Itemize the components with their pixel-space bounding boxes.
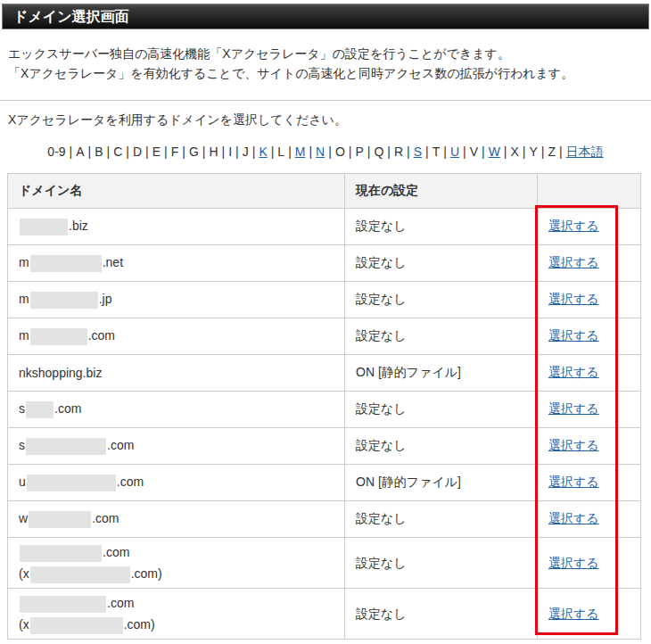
redacted-text [20,545,102,562]
redacted-text [27,475,116,491]
nav-separator: | [541,144,545,159]
index-nav-item-M[interactable]: M [295,144,306,159]
table-row: u.comON [静的ファイル]選択する [8,465,641,501]
col-header-domain-name: ドメイン名 [8,174,345,209]
select-link[interactable]: 選択する [548,438,599,452]
index-nav-item-日本語[interactable]: 日本語 [566,144,604,159]
index-nav-item-K[interactable]: K [259,144,267,159]
domain-text: m [19,292,29,306]
select-link[interactable]: 選択する [548,475,599,489]
action-cell: 選択する [538,318,641,355]
select-link[interactable]: 選択する [548,607,599,621]
select-link[interactable]: 選択する [548,401,599,416]
nav-separator: | [252,144,256,159]
page-title-bar: ドメイン選択画面 [2,4,649,29]
select-link[interactable]: 選択する [548,556,599,570]
index-nav-item-J: J [243,144,249,159]
index-nav-item-I: I [228,144,232,159]
index-nav-item-P: P [355,144,363,159]
nav-separator: | [235,144,239,159]
domain-text: .com [54,401,81,416]
select-link[interactable]: 選択する [548,292,599,306]
domain-cell: nkshopping.biz [8,355,345,392]
nav-separator: | [222,144,226,159]
nav-separator: | [70,144,73,159]
action-cell: 選択する [538,282,641,318]
nav-separator: | [288,144,292,159]
select-link[interactable]: 選択する [548,511,599,525]
redacted-text [26,401,54,418]
nav-separator: | [559,144,563,159]
nav-separator: | [443,144,447,159]
index-nav-item-W[interactable]: W [489,144,500,159]
domain-text: s [19,438,25,452]
intro-text: エックスサーバー独自の高速化機能「Xアクセラレータ」の設定を行うことができます。… [8,44,651,83]
table-row: s.com設定なし選択する [8,428,641,465]
domain-text: .net [103,255,123,269]
index-nav-item-X: X [510,144,518,159]
nav-separator: | [309,144,312,159]
current-setting-cell: 設定なし [345,282,538,318]
index-nav-item-0-9: 0-9 [47,144,65,159]
nav-separator: | [328,144,332,159]
domain-text: (x [19,566,29,581]
page-title: ドメイン選択画面 [13,9,129,24]
redacted-text [29,511,91,528]
action-cell: 選択する [538,538,641,589]
nav-separator: | [463,144,466,159]
index-nav-item-S[interactable]: S [414,144,422,159]
table-row: .com(x.com)設定なし選択する [8,589,641,640]
table-row: m.jp設定なし選択する [8,282,641,318]
domain-cell: .com(x.com) [8,589,345,640]
action-cell: 選択する [538,392,641,428]
redacted-text [30,617,123,634]
domain-text: .com [117,475,144,489]
index-nav-item-N[interactable]: N [316,144,325,159]
index-nav-item-Z: Z [548,144,556,159]
nav-separator: | [523,144,526,159]
domain-text: .jp [99,292,112,306]
current-setting-cell: 設定なし [345,428,538,465]
table-row: m.com設定なし選択する [8,318,641,355]
index-nav-item-E: E [152,144,161,159]
domain-cell: .biz [8,209,345,245]
current-setting-cell: ON [静的ファイル] [345,355,538,392]
select-link[interactable]: 選択する [548,255,599,269]
select-link[interactable]: 選択する [548,328,599,343]
domain-text: .com [107,438,134,452]
redacted-text [30,292,98,309]
current-setting-cell: 設定なし [345,538,538,589]
intro-line-1: エックスサーバー独自の高速化機能「Xアクセラレータ」の設定を行うことができます。 [8,46,510,61]
action-cell: 選択する [538,589,641,640]
nav-separator: | [482,144,485,159]
redacted-text [20,596,106,613]
col-header-current-setting: 現在の設定 [345,174,538,209]
col-header-action [538,174,641,209]
domain-cell: u.com [8,465,345,501]
index-nav-item-T: T [433,144,441,159]
domain-text: m [19,255,29,269]
domain-text: .com [107,596,134,610]
nav-separator: | [349,144,352,159]
nav-separator: | [164,144,168,159]
index-nav-item-Q: Q [374,144,383,159]
domain-cell: m.jp [8,282,345,318]
table-row: nkshopping.bizON [静的ファイル]選択する [8,355,641,392]
index-nav-item-B: B [95,144,103,159]
nav-separator: | [387,144,391,159]
select-link[interactable]: 選択する [548,365,599,379]
action-cell: 選択する [538,501,641,538]
table-row: .com(x.com)設定なし選択する [8,538,641,589]
redacted-text [30,328,87,345]
select-link[interactable]: 選択する [548,219,599,233]
action-cell: 選択する [538,428,641,465]
index-nav-item-U[interactable]: U [450,144,459,159]
action-cell: 選択する [538,245,641,282]
nav-separator: | [367,144,371,159]
index-nav-item-R: R [394,144,403,159]
domain-text: s [19,401,25,416]
domain-cell: s.com [8,428,345,465]
domain-text: .com) [124,617,155,632]
index-nav-item-H: H [209,144,218,159]
domain-text: .biz [69,219,88,233]
